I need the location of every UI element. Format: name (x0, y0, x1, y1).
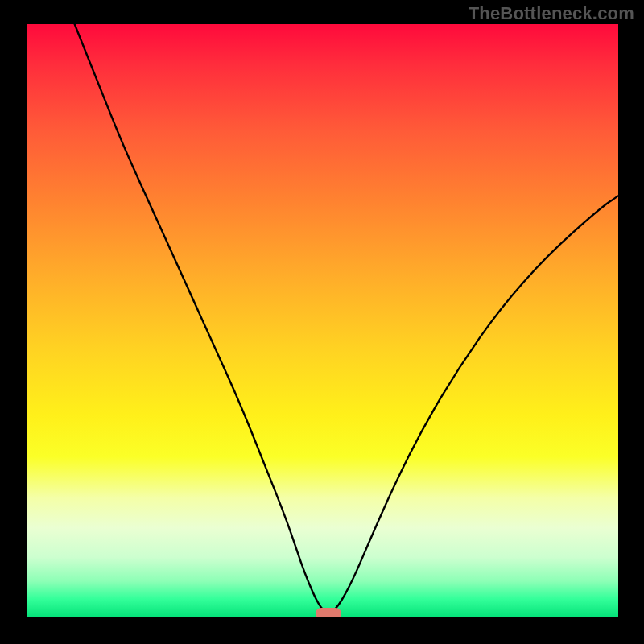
bottleneck-curve (27, 24, 618, 617)
plot-area (27, 24, 618, 617)
minimum-marker (316, 608, 341, 617)
watermark-text: TheBottleneck.com (469, 3, 634, 24)
chart-stage: TheBottleneck.com (0, 0, 644, 644)
